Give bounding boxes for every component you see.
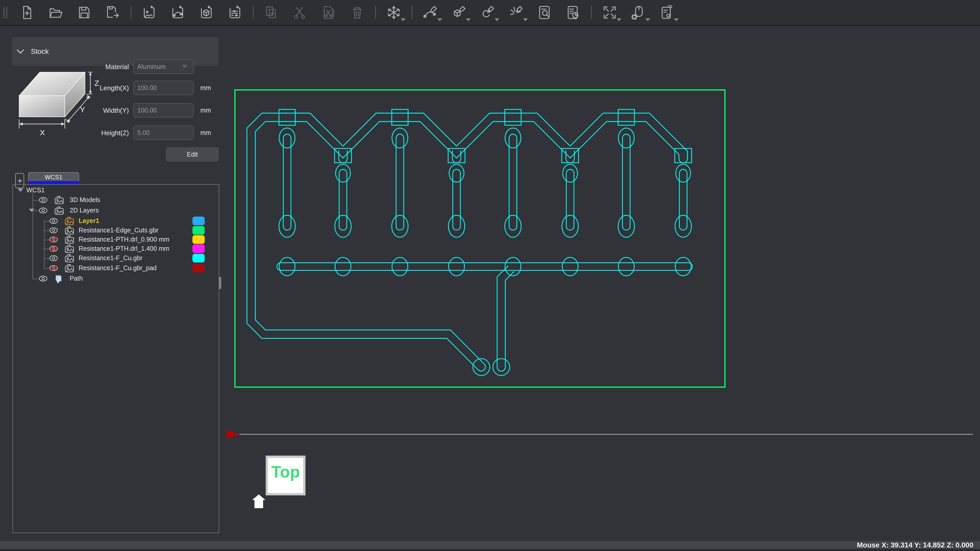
tree-node-2d-layers[interactable]: 2D Layers xyxy=(13,206,219,215)
cut-icon xyxy=(293,5,307,20)
layer-icon xyxy=(65,254,75,262)
dropdown-arrow-icon[interactable] xyxy=(401,18,406,21)
time-estimate-button[interactable] xyxy=(565,3,581,22)
tree-node-f-cu[interactable]: Resistance1-F_Cu.gbr xyxy=(13,254,219,262)
viewport-canvas[interactable]: Top xyxy=(221,26,980,541)
toolbar-separator xyxy=(375,6,376,19)
save-button[interactable] xyxy=(76,3,92,22)
pcb-pad xyxy=(618,110,635,125)
pcb-pad xyxy=(335,257,351,276)
status-bar: Mouse X: 39.314 Y: 14.852 Z: 0.000 xyxy=(0,541,980,549)
edit-stock-button[interactable]: Edit xyxy=(166,147,219,162)
eye-icon[interactable] xyxy=(49,255,58,262)
import-model-icon xyxy=(199,5,214,20)
pcb-pad xyxy=(563,164,578,182)
height-field[interactable] xyxy=(133,125,194,140)
new-file-button[interactable] xyxy=(19,3,35,22)
tree-node-path[interactable]: Path xyxy=(13,274,219,283)
dropdown-arrow-icon[interactable] xyxy=(523,18,528,21)
import-model-button[interactable] xyxy=(198,3,215,22)
dropdown-arrow-icon[interactable] xyxy=(646,18,650,21)
doc-output-icon xyxy=(659,5,674,20)
pcb-pad xyxy=(618,215,635,237)
eye-icon[interactable] xyxy=(38,207,48,214)
tree-node-edge-cuts[interactable]: Resistance1-Edge_Cuts.gbr xyxy=(13,226,219,235)
tree-node-label: 3D Models xyxy=(70,196,100,203)
eye-icon[interactable] xyxy=(49,218,58,224)
home-icon[interactable] xyxy=(252,494,266,508)
layer-color-swatch[interactable] xyxy=(192,235,205,244)
view-orientation-badge[interactable]: Top xyxy=(266,456,305,495)
dropdown-arrow-icon[interactable] xyxy=(466,18,471,21)
pcb-pad xyxy=(392,110,408,125)
pcb-pad xyxy=(675,215,691,237)
height-label: Height(Z) xyxy=(35,129,129,137)
tab-wcs1[interactable]: WCS1 xyxy=(28,172,79,182)
layer-icon xyxy=(65,245,75,253)
pcb-pad xyxy=(392,215,408,237)
pcb-trace xyxy=(339,169,347,230)
mouse-settings-button[interactable] xyxy=(630,3,646,22)
material-dropdown-arrow[interactable] xyxy=(182,65,187,68)
pcb-trace xyxy=(277,263,692,270)
width-label: Width(Y) xyxy=(35,106,129,114)
dropdown-arrow-icon[interactable] xyxy=(495,18,499,21)
height-unit: mm xyxy=(200,129,211,137)
expander-icon[interactable] xyxy=(18,189,23,192)
tree-node-label: Resistance1-PTH.drl_0.900 mm xyxy=(79,236,169,243)
open-file-button[interactable] xyxy=(48,3,64,22)
fit-view-button[interactable] xyxy=(601,3,618,22)
eye-icon[interactable] xyxy=(49,227,58,233)
eye-icon[interactable] xyxy=(38,197,48,203)
tree-node-pth-0900[interactable]: Resistance1-PTH.drl_0.900 mm xyxy=(13,235,219,244)
axis-marker-arrow-icon xyxy=(227,430,239,439)
tree-node-wcs1[interactable]: WCS1 xyxy=(13,186,219,195)
mouse-gear-icon xyxy=(631,5,646,20)
eye-off-icon[interactable] xyxy=(49,237,58,243)
import-curve-button[interactable] xyxy=(170,3,186,22)
layer-color-swatch[interactable] xyxy=(192,245,205,253)
cut-button xyxy=(292,3,308,22)
dropdown-arrow-icon[interactable] xyxy=(674,18,679,21)
tree-node-layer1[interactable]: Layer1 xyxy=(13,217,219,225)
tree-node-3d-models[interactable]: 3D Models xyxy=(13,196,219,204)
stock-preview-image: X Y Z xyxy=(15,68,103,137)
output-button[interactable] xyxy=(659,3,675,22)
pcb-pad xyxy=(449,257,465,276)
inspect-button[interactable] xyxy=(536,3,553,22)
tree-scrollbar-thumb[interactable] xyxy=(219,277,221,289)
eye-off-icon[interactable] xyxy=(49,265,58,272)
layer-color-swatch[interactable] xyxy=(192,254,205,262)
tree-node-f-cu-pad[interactable]: Resistance1-F_Cu.gbr_pad xyxy=(13,264,219,272)
edit-rotate-button[interactable] xyxy=(479,3,496,22)
toolbar-drag-handle[interactable] xyxy=(3,6,7,18)
edit-engrave-button[interactable] xyxy=(508,3,524,22)
expander-icon[interactable] xyxy=(29,209,35,212)
pcb-trace xyxy=(679,169,687,230)
dropdown-arrow-icon[interactable] xyxy=(617,18,621,21)
pcb-pad xyxy=(675,148,692,163)
import-pcb-button[interactable] xyxy=(227,3,243,22)
import-image-button[interactable] xyxy=(141,3,158,22)
pcb-pad xyxy=(279,257,295,276)
width-field[interactable] xyxy=(133,103,194,118)
edit-model-button[interactable] xyxy=(451,3,467,22)
pcb-trace xyxy=(339,151,347,163)
length-field[interactable] xyxy=(133,81,194,95)
tree-node-pth-1400[interactable]: Resistance1-PTH.drl_1.400 mm xyxy=(13,245,219,253)
layer-tree-panel: WCS13D Models2D LayersLayer1Resistance1-… xyxy=(13,184,219,533)
layer-color-swatch[interactable] xyxy=(192,217,205,225)
eye-off-icon[interactable] xyxy=(49,246,58,252)
eye-icon[interactable] xyxy=(38,275,48,282)
layer-color-swatch[interactable] xyxy=(192,226,205,235)
layer-color-swatch[interactable] xyxy=(192,264,205,272)
stock-panel-title: Stock xyxy=(31,48,49,56)
pcb-trace xyxy=(497,266,514,371)
application-window: Stock xyxy=(0,0,980,551)
layer-icon xyxy=(65,226,75,235)
dropdown-arrow-icon[interactable] xyxy=(438,18,442,21)
save-as-button[interactable] xyxy=(105,3,121,22)
transform-button[interactable] xyxy=(386,3,402,22)
edit-curve-button[interactable] xyxy=(422,3,438,22)
chevron-down-icon xyxy=(17,49,24,54)
